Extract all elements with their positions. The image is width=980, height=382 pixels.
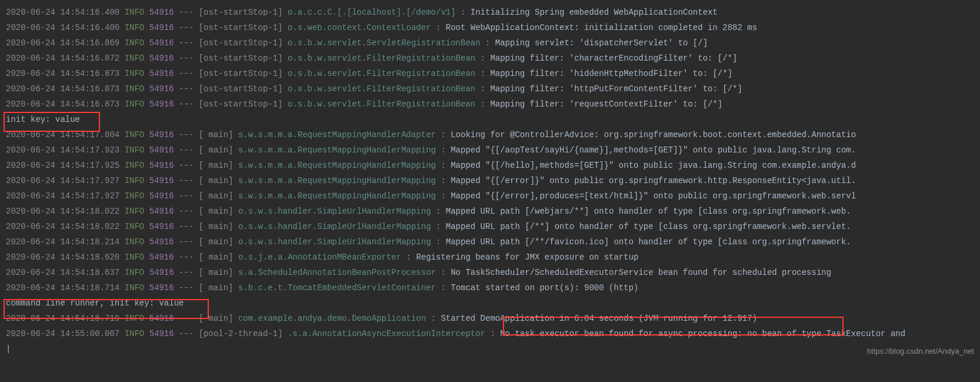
log-separator: : xyxy=(441,191,445,201)
log-timestamp: 2020-06-24 14:54:18.022 xyxy=(6,222,119,231)
log-thread: [ main] xyxy=(199,253,234,262)
log-dash: --- xyxy=(179,8,194,17)
log-message: Mapping filter: 'httpPutFormContentFilte… xyxy=(490,84,742,94)
log-level: INFO xyxy=(125,329,145,338)
log-plain-text: init key: value xyxy=(6,115,80,124)
log-separator: : xyxy=(481,84,485,94)
log-message: Mapping filter: 'hiddenHttpMethodFilter'… xyxy=(490,69,732,78)
log-level: INFO xyxy=(125,283,145,293)
log-separator: : xyxy=(406,253,411,262)
log-timestamp: 2020-06-24 14:54:18.214 xyxy=(6,237,119,247)
log-timestamp: 2020-06-24 14:54:16.400 xyxy=(6,23,119,32)
log-line: 2020-06-24 14:54:18.022 INFO 54916 --- [… xyxy=(6,204,974,219)
log-dash: --- xyxy=(179,23,194,32)
log-message: Mapped "{[/error],produces=[text/html]}"… xyxy=(451,191,856,201)
log-message: Tomcat started on port(s): 9000 (http) xyxy=(451,283,638,293)
log-timestamp: 2020-06-24 14:54:16.873 xyxy=(6,84,119,94)
log-pid: 54916 xyxy=(149,191,174,201)
log-level: INFO xyxy=(125,69,145,78)
watermark: https://blog.csdn.net/Andya_net xyxy=(867,344,974,359)
log-pid: 54916 xyxy=(149,54,174,63)
log-dash: --- xyxy=(179,268,194,277)
log-separator: : xyxy=(436,23,441,32)
log-thread: [ main] xyxy=(199,176,234,185)
log-timestamp: 2020-06-24 14:54:16.873 xyxy=(6,69,119,78)
log-pid: 54916 xyxy=(149,222,174,231)
log-logger: s.w.s.m.m.a.RequestMappingHandlerMapping xyxy=(238,145,436,155)
log-line: 2020-06-24 14:54:16.873 INFO 54916 --- [… xyxy=(6,97,974,112)
log-dash: --- xyxy=(179,69,194,78)
log-line: 2020-06-24 14:54:16.873 INFO 54916 --- [… xyxy=(6,81,974,97)
log-timestamp: 2020-06-24 14:54:16.872 xyxy=(6,54,119,63)
log-dash: --- xyxy=(179,329,194,338)
log-level: INFO xyxy=(125,38,145,48)
log-pid: 54916 xyxy=(149,329,174,338)
log-timestamp: 2020-06-24 14:54:16.400 xyxy=(6,8,119,17)
log-logger: .s.a.AnnotationAsyncExecutionInterceptor xyxy=(288,329,485,338)
log-separator: : xyxy=(441,268,445,277)
log-timestamp: 2020-06-24 14:54:18.637 xyxy=(6,268,119,277)
log-line: 2020-06-24 14:55:00.007 INFO 54916 --- [… xyxy=(6,326,974,341)
log-pid: 54916 xyxy=(149,176,174,185)
log-logger: s.b.c.e.t.TomcatEmbeddedServletContainer xyxy=(238,283,436,293)
log-logger: o.s.w.s.handler.SimpleUrlHandlerMapping xyxy=(238,222,436,231)
log-message: No TaskScheduler/ScheduledExecutorServic… xyxy=(451,268,831,277)
log-thread: [ost-startStop-1] xyxy=(199,38,283,48)
log-logger: o.s.j.e.a.AnnotationMBeanExporter xyxy=(238,253,406,262)
log-dash: --- xyxy=(179,253,194,262)
log-separator: : xyxy=(441,283,445,293)
log-logger: s.w.s.m.m.a.RequestMappingHandlerAdapter xyxy=(238,130,436,139)
log-dash: --- xyxy=(179,54,194,63)
log-message: Looking for @ControllerAdvice: org.sprin… xyxy=(451,130,856,139)
log-separator: : xyxy=(441,161,445,170)
cursor-line: | xyxy=(6,341,974,357)
log-message: Mapping servlet: 'dispatcherServlet' to … xyxy=(495,38,708,48)
log-thread: [pool-2-thread-1] xyxy=(199,329,283,338)
log-line: 2020-06-24 14:54:18.719 INFO 54916 --- [… xyxy=(6,311,974,326)
log-line: 2020-06-24 14:54:17.804 INFO 54916 --- [… xyxy=(6,127,974,142)
log-level: INFO xyxy=(125,237,145,247)
log-thread: [ main] xyxy=(199,268,234,277)
log-message: Mapped URL path [/**/favicon.ico] onto h… xyxy=(446,237,851,247)
log-pid: 54916 xyxy=(149,130,174,139)
log-line: 2020-06-24 14:54:17.925 INFO 54916 --- [… xyxy=(6,158,974,173)
log-level: INFO xyxy=(125,176,145,185)
log-pid: 54916 xyxy=(149,99,174,109)
log-pid: 54916 xyxy=(149,207,174,216)
log-level: INFO xyxy=(125,191,145,201)
log-logger: o.s.b.w.servlet.ServletRegistrationBean xyxy=(288,38,481,48)
log-line: 2020-06-24 14:54:16.872 INFO 54916 --- [… xyxy=(6,51,974,66)
log-thread: [ost-startStop-1] xyxy=(199,8,283,17)
log-message: Mapped URL path [/webjars/**] onto handl… xyxy=(446,207,851,216)
log-separator: : xyxy=(436,237,441,247)
log-logger: s.w.s.m.m.a.RequestMappingHandlerMapping xyxy=(238,161,436,170)
log-logger: o.s.w.s.handler.SimpleUrlHandlerMapping xyxy=(238,207,436,216)
log-thread: [ost-startStop-1] xyxy=(199,84,283,94)
log-separator: : xyxy=(481,69,485,78)
log-timestamp: 2020-06-24 14:54:17.804 xyxy=(6,130,119,139)
log-output[interactable]: 2020-06-24 14:54:16.400 INFO 54916 --- [… xyxy=(6,5,974,357)
log-timestamp: 2020-06-24 14:54:17.925 xyxy=(6,161,119,170)
log-line: 2020-06-24 14:54:17.927 INFO 54916 --- [… xyxy=(6,173,974,188)
log-line: 2020-06-24 14:54:18.714 INFO 54916 --- [… xyxy=(6,280,974,295)
log-dash: --- xyxy=(179,207,194,216)
log-level: INFO xyxy=(125,84,145,94)
log-separator: : xyxy=(490,329,495,338)
log-logger: s.w.s.m.m.a.RequestMappingHandlerMapping xyxy=(238,176,436,185)
log-message: Mapped URL path [/**] onto handler of ty… xyxy=(446,222,851,231)
log-level: INFO xyxy=(125,99,145,109)
log-thread: [ost-startStop-1] xyxy=(199,23,283,32)
log-logger: o.s.b.w.servlet.FilterRegistrationBean xyxy=(288,69,481,78)
log-separator: : xyxy=(461,8,465,17)
log-line: 2020-06-24 14:54:16.869 INFO 54916 --- [… xyxy=(6,35,974,51)
log-separator: : xyxy=(436,207,441,216)
log-timestamp: 2020-06-24 14:55:00.007 xyxy=(6,329,119,338)
log-pid: 54916 xyxy=(149,38,174,48)
log-pid: 54916 xyxy=(149,8,174,17)
log-message: Root WebApplicationContext: initializati… xyxy=(446,23,757,32)
log-separator: : xyxy=(436,222,441,231)
log-separator: : xyxy=(485,38,490,48)
log-thread: [ost-startStop-1] xyxy=(199,69,283,78)
log-dash: --- xyxy=(179,222,194,231)
log-dash: --- xyxy=(179,38,194,48)
